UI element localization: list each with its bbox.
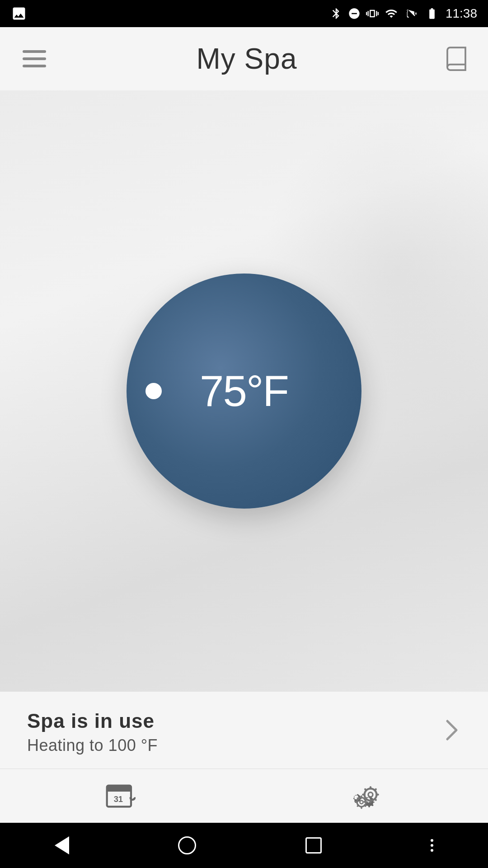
android-nav-bar [0,823,488,868]
svg-line-12 [375,789,376,790]
back-icon [55,836,69,854]
svg-rect-1 [107,785,131,791]
status-title: Spa is in use [27,710,158,732]
status-text-group: Spa is in use Heating to 100 °F [27,710,158,755]
back-button[interactable] [41,832,83,859]
recents-icon [305,837,322,854]
home-button[interactable] [164,832,210,859]
bottom-toolbar: 31 [0,769,488,823]
status-time: 11:38 [446,6,477,21]
calendar-icon: 31 [104,778,140,814]
temp-value: 75 [200,367,246,415]
svg-line-22 [365,798,366,799]
temp-unit: °F [246,367,288,415]
svg-line-20 [365,805,366,806]
hamburger-line-1 [23,50,46,53]
vibrate-icon [366,7,379,20]
recents-button[interactable] [292,833,335,858]
battery-off-icon [404,7,418,20]
status-section[interactable]: Spa is in use Heating to 100 °F [0,692,488,769]
photo-icon [11,5,27,22]
app-container: My Spa 75°F Spa is in use Heating to 100… [0,27,488,823]
status-bar-right: 11:38 [330,6,477,21]
settings-icon [348,778,384,814]
app-title: My Spa [197,42,297,75]
svg-text:31: 31 [114,794,123,804]
svg-line-21 [357,805,358,806]
bluetooth-icon [330,7,343,20]
schedule-button[interactable]: 31 [86,769,158,823]
overflow-icon [431,839,433,852]
wifi-icon [384,7,399,20]
svg-line-10 [375,799,376,800]
main-content: 75°F [0,90,488,692]
book-icon-svg [443,45,470,72]
status-bar-left [11,5,27,22]
nav-bar: My Spa [0,27,488,90]
svg-line-9 [365,789,366,790]
status-subtitle: Heating to 100 °F [27,736,158,755]
battery-icon [424,7,440,20]
dnd-icon [348,7,361,20]
book-button[interactable] [443,45,470,72]
menu-button[interactable] [18,46,51,72]
home-icon [178,836,196,854]
temp-indicator-dot [145,383,162,399]
hamburger-line-3 [23,65,46,67]
status-chevron-icon[interactable] [443,717,461,749]
settings-button[interactable] [330,769,402,823]
temperature-display: 75°F [200,366,288,416]
hamburger-line-2 [23,57,46,60]
temperature-dial[interactable]: 75°F [127,274,361,509]
svg-point-4 [368,792,373,797]
svg-line-19 [357,798,358,799]
svg-point-14 [360,800,363,803]
overflow-button[interactable] [417,835,447,856]
status-bar: 11:38 [0,0,488,27]
